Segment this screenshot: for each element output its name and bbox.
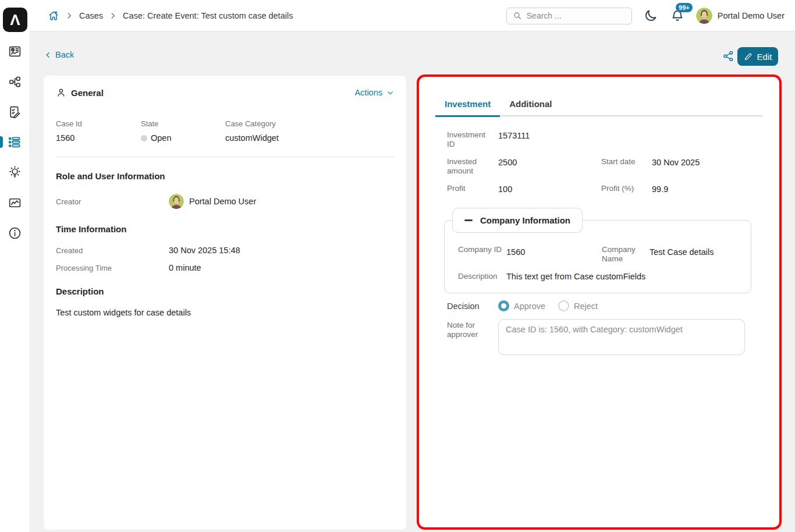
processing-time-row: Processing Time 0 minute [56,263,394,272]
company-panel-title: Company Information [480,215,570,225]
breadcrumb-cases[interactable]: Cases [79,11,103,20]
info-icon [8,226,22,240]
sidebar-nav [0,36,29,248]
company-id-row: Company ID 1560 Company Name Test Case d… [458,245,741,264]
global-search[interactable] [506,8,632,24]
state-value: Open [151,133,171,143]
sidebar-item-ideas[interactable] [0,157,29,187]
company-panel-toggle[interactable]: Company Information [452,208,583,233]
sidebar-item-processes[interactable] [0,66,29,97]
chevron-left-icon [44,51,52,59]
start-date-value: 30 Nov 2025 [652,157,763,176]
share-nodes-icon [722,50,735,62]
collapse-icon [464,219,473,221]
statistics-icon [8,196,22,210]
case-summary-row: Case Id 1560 State Open Case Category cu… [56,119,394,143]
created-value: 30 Nov 2025 15:48 [169,246,240,255]
radio-approve-circle[interactable] [498,300,509,311]
tab-investment[interactable]: Investment [435,93,500,115]
screen: Cases Case: Create Event: Test custom ca… [0,0,795,532]
company-description-label: Description [458,272,506,281]
invested-amount-row: Invested amount 2500 Start date 30 Nov 2… [447,157,763,176]
dark-mode-toggle[interactable] [643,8,659,24]
case-category-field: Case Category customWidget [225,119,394,143]
investment-id-label: Investment ID [447,130,498,149]
company-information-panel: Company Information Company ID 1560 Comp… [444,208,751,293]
description-section-title: Description [56,286,394,296]
lightbulb-icon [8,165,22,180]
actions-label: Actions [354,88,382,97]
case-id-value: 1560 [56,133,141,143]
user-avatar [696,8,712,24]
top-bar: Cases Case: Create Event: Test custom ca… [0,0,795,31]
breadcrumb: Cases Case: Create Event: Test custom ca… [48,0,293,31]
company-name-label: Company Name [602,245,650,264]
person-icon [56,87,66,98]
dashboard-icon [8,44,22,59]
general-card-header: General Actions [56,87,394,98]
topbar-actions: 99+ Portal Demo User [506,0,785,31]
case-id-label: Case Id [56,119,141,128]
time-section-title: Time Information [56,224,394,234]
details-tabs: Investment Additional [435,93,763,116]
share-button[interactable] [722,50,735,63]
profit-pct-value: 99.9 [652,184,763,194]
creator-avatar [169,194,184,209]
notifications-button[interactable]: 99+ [669,8,686,24]
breadcrumb-current: Case: Create Event: Test custom case det… [123,11,293,20]
company-name-value: Test Case details [650,245,741,264]
chevron-down-icon [386,89,394,97]
sidebar-item-info[interactable] [0,218,29,248]
company-description-value: This text get from Case customFields [506,272,645,281]
radio-reject-circle[interactable] [558,300,569,311]
sidebar-item-tasks[interactable] [0,97,29,127]
tasks-icon [8,105,22,119]
search-input[interactable] [527,11,620,20]
note-textarea[interactable]: Case ID is: 1560, with Category: customW… [498,319,745,355]
profit-row: Profit 100 Profit (%) 99.9 [447,184,763,194]
investment-id-value: 1573111 [498,130,601,149]
actions-menu-button[interactable]: Actions [354,88,394,97]
note-row: Note for approver Case ID is: 1560, with… [447,319,763,355]
processing-time-label: Processing Time [56,264,169,272]
general-card-title: General [71,88,104,98]
state-field: State Open [141,119,225,143]
cases-icon [7,134,22,150]
home-icon[interactable] [48,10,59,22]
user-menu[interactable]: Portal Demo User [696,8,785,24]
radio-approve-label: Approve [514,302,545,311]
invested-amount-label: Invested amount [447,157,498,176]
radio-reject[interactable]: Reject [558,300,598,311]
company-id-value: 1560 [506,245,602,264]
investment-id-row: Investment ID 1573111 [447,130,763,149]
sidebar-item-cases[interactable] [0,127,29,157]
sidebar-item-dashboard[interactable] [0,36,29,66]
state-dot [141,135,147,141]
role-section-title: Role and User Information [56,171,394,181]
sidebar: Λ [0,0,29,532]
case-category-value: customWidget [225,133,394,143]
decision-row: Decision Approve Reject [447,300,763,311]
profit-value: 100 [498,184,601,194]
user-name: Portal Demo User [718,11,785,20]
creator-row: Creator Portal Demo User [56,194,394,209]
case-category-label: Case Category [225,119,394,128]
created-row: Created 30 Nov 2025 15:48 [56,246,394,255]
edit-button[interactable]: Edit [737,47,778,66]
tab-additional[interactable]: Additional [500,93,561,115]
state-label: State [141,119,225,128]
note-label: Note for approver [447,319,498,355]
divider [55,157,395,157]
creator-chip: Portal Demo User [169,194,256,209]
back-button[interactable]: Back [44,50,74,59]
radio-reject-label: Reject [574,302,598,311]
sidebar-item-statistics[interactable] [0,187,29,218]
creator-value: Portal Demo User [189,197,256,206]
radio-approve[interactable]: Approve [498,300,545,311]
app-logo[interactable]: Λ [3,8,27,32]
profit-pct-label: Profit (%) [601,184,652,194]
created-label: Created [56,246,169,255]
edit-label: Edit [757,52,772,62]
processing-time-value: 0 minute [169,263,201,272]
decision-label: Decision [447,302,498,311]
